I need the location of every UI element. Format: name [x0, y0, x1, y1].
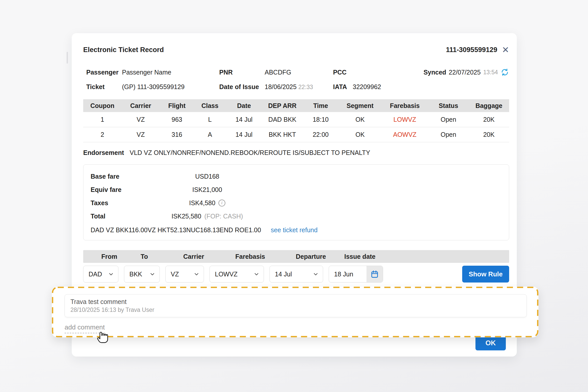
- chevron-down-icon: [313, 271, 319, 277]
- cell-carrier: VZ: [121, 127, 160, 142]
- col-date: Date: [226, 99, 262, 112]
- departure-select[interactable]: 14 Jul: [270, 266, 323, 283]
- base-fare-value: USD168: [152, 170, 262, 183]
- taxes-row: Taxes ISK4,580 i: [91, 196, 502, 210]
- cell-dep-arr: BKK HKT: [262, 127, 303, 142]
- col-status: Status: [428, 99, 469, 112]
- ok-button[interactable]: OK: [475, 336, 506, 350]
- synced-label: Synced: [423, 69, 446, 76]
- passenger-label: Passenger: [86, 69, 122, 76]
- see-ticket-refund-link[interactable]: see ticket refund: [271, 225, 317, 235]
- equiv-fare-label: Equiv fare: [91, 183, 152, 196]
- cell-time: 22:00: [303, 127, 339, 142]
- to-select[interactable]: BKK: [124, 266, 160, 283]
- page-title: Electronic Ticket Record: [83, 46, 164, 54]
- fop-note: (FOP: CASH): [204, 210, 243, 223]
- cell-class: L: [194, 112, 226, 127]
- coupon-table-header-row: Coupon Carrier Flight Class Date DEP ARR…: [83, 99, 509, 112]
- ticket-number: 111-3095599129: [446, 46, 497, 54]
- carrier-header: Carrier: [183, 250, 204, 263]
- ticket-value: (GP) 111-3095599129: [122, 83, 219, 91]
- departure-value: 14 Jul: [275, 271, 292, 278]
- date-of-issue-label: Date of Issue: [219, 83, 265, 91]
- cell-carrier: VZ: [121, 112, 160, 127]
- cell-baggage: 20K: [469, 112, 509, 127]
- chevron-down-icon: [149, 271, 155, 277]
- issue-date-value: 18 Jun: [329, 266, 366, 282]
- iata-value: 32209962: [353, 83, 509, 91]
- chevron-down-icon: [193, 271, 200, 277]
- taxes-value: ISK4,580: [189, 196, 215, 210]
- synced-date: 22/07/2025: [449, 69, 481, 76]
- from-value: DAD: [89, 271, 102, 278]
- cell-flight: 316: [160, 127, 194, 142]
- passenger-value: Passenger Name: [122, 69, 219, 76]
- issue-date-picker[interactable]: 18 Jun: [329, 266, 383, 283]
- pnr-value: ABCDFG: [265, 69, 333, 76]
- modal-header: Electronic Ticket Record 111-3095599129 …: [83, 45, 509, 54]
- total-value: ISK25,580: [172, 210, 201, 223]
- from-select[interactable]: DAD: [83, 266, 118, 283]
- chevron-down-icon: [108, 271, 114, 277]
- col-baggage: Baggage: [469, 99, 509, 112]
- endorsement-value: VLD VZ ONLY/NONREF/NONEND.REBOOK/REROUTE…: [130, 148, 370, 157]
- from-header: From: [101, 250, 117, 263]
- carrier-select[interactable]: VZ: [165, 266, 204, 283]
- total-row: Total ISK25,580 (FOP: CASH): [91, 210, 502, 223]
- sync-refresh-icon[interactable]: [500, 68, 509, 77]
- farebasis-value: LOWVZ: [215, 271, 238, 278]
- fare-calculation: DAD VZ BKK116.00VZ HKT52.13NUC168.13END …: [91, 225, 261, 235]
- date-of-issue-value: 18/06/2025 22:33: [265, 83, 333, 91]
- pnr-label: PNR: [219, 69, 265, 76]
- calendar-button[interactable]: [366, 266, 383, 282]
- cell-dep-arr: DAD BKK: [262, 112, 303, 127]
- comments-panel: Trava test comment 28/10/2025 16:13 by T…: [52, 287, 538, 337]
- synced-time: 13:54: [483, 69, 498, 76]
- close-icon[interactable]: ✕: [502, 45, 509, 54]
- cell-coupon: 1: [83, 112, 121, 127]
- issue-date-header: Issue date: [344, 250, 375, 263]
- cell-coupon: 2: [83, 127, 121, 142]
- show-rule-button[interactable]: Show Rule: [462, 266, 509, 283]
- total-label: Total: [91, 210, 152, 223]
- chevron-down-icon: [253, 271, 260, 277]
- synced-info: Synced22/07/202513:54: [423, 68, 509, 77]
- rule-filter-header: From To Carrier Farebasis Departure Issu…: [83, 250, 509, 263]
- ticket-info-grid: Passenger Passenger Name PNR ABCDFG PCC …: [86, 68, 509, 91]
- endorsement-row: Endorsement VLD VZ ONLY/NONREF/NONEND.RE…: [83, 148, 509, 157]
- comment-item: Trava test comment 28/10/2025 16:13 by T…: [65, 294, 527, 317]
- farebasis-header: Farebasis: [235, 250, 265, 263]
- rule-filter-controls: DAD BKK VZ LOWVZ 14 Jul 18 Jun: [83, 266, 509, 283]
- endorsement-label: Endorsement: [83, 148, 130, 157]
- coupon-table: Coupon Carrier Flight Class Date DEP ARR…: [83, 99, 509, 142]
- cell-status: Open: [428, 127, 469, 142]
- col-dep-arr: DEP ARR: [262, 99, 303, 112]
- carrier-value: VZ: [171, 271, 179, 278]
- date-of-issue-time: 22:33: [298, 84, 313, 90]
- to-value: BKK: [129, 271, 142, 278]
- cell-farebasis: LOWVZ: [381, 112, 428, 127]
- cell-segment: OK: [339, 127, 381, 142]
- comment-text: Trava test comment: [70, 297, 521, 306]
- cell-farebasis: AOWVZ: [381, 127, 428, 142]
- cell-date: 14 Jul: [226, 112, 262, 127]
- fare-calculation-row: DAD VZ BKK116.00VZ HKT52.13NUC168.13END …: [91, 225, 502, 235]
- taxes-label: Taxes: [91, 196, 152, 210]
- col-carrier: Carrier: [121, 99, 160, 112]
- departure-header: Departure: [296, 250, 326, 263]
- cell-time: 18:10: [303, 112, 339, 127]
- cell-baggage: 20K: [469, 127, 509, 142]
- farebasis-select[interactable]: LOWVZ: [210, 266, 264, 283]
- cell-date: 14 Jul: [226, 127, 262, 142]
- page-background: Electronic Ticket Record 111-3095599129 …: [0, 0, 588, 392]
- taxes-info-icon[interactable]: i: [218, 200, 225, 206]
- ticket-label: Ticket: [86, 83, 122, 91]
- add-comment-link[interactable]: add comment: [65, 323, 105, 333]
- cell-status: Open: [428, 112, 469, 127]
- iata-label: IATA: [333, 83, 353, 91]
- cell-segment: OK: [339, 112, 381, 127]
- col-flight: Flight: [160, 99, 194, 112]
- calendar-icon: [370, 270, 379, 278]
- background-scrollbar: [67, 52, 68, 64]
- col-segment: Segment: [339, 99, 381, 112]
